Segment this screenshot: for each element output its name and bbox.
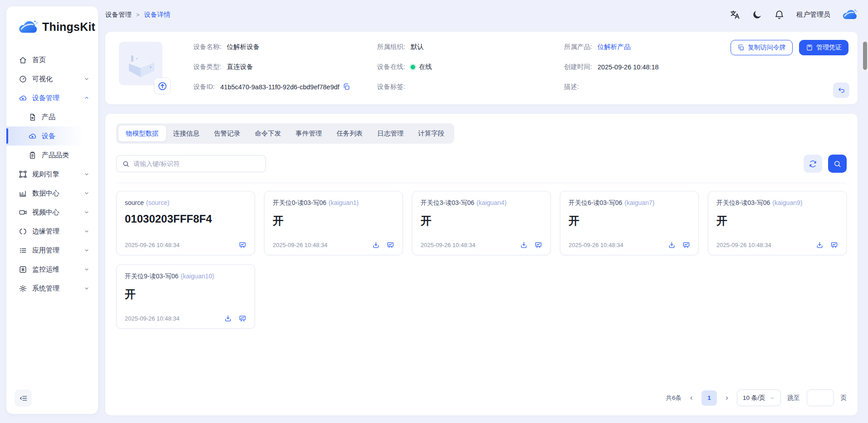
tab-thing-model-data[interactable]: 物模型数据 [118, 126, 166, 141]
history-chart-icon[interactable] [682, 241, 690, 249]
sidebar-item-product[interactable]: 产品 [6, 107, 98, 126]
logo-cloud-icon [18, 20, 38, 34]
card-identifier: (kaiguan9) [772, 199, 802, 206]
manage-credentials-button[interactable]: 管理凭证 [799, 40, 848, 55]
divider [116, 183, 847, 183]
next-page-icon[interactable] [724, 395, 730, 401]
created-label: 创建时间: [564, 63, 592, 71]
app-logo[interactable]: ThingsKit [6, 6, 98, 34]
card-title: 开关位0-读03-写06(kaiguan1) [273, 199, 394, 207]
dark-mode-moon-icon[interactable] [752, 10, 762, 20]
edge-brackets-icon [19, 227, 27, 236]
sidebar-item-label: 应用管理 [32, 246, 59, 255]
sidebar-item-visualization[interactable]: 可视化 [6, 69, 98, 88]
tab-alarm-records[interactable]: 告警记录 [207, 126, 248, 141]
scrollbar-thumb[interactable] [863, 42, 867, 70]
sidebar-item-label: 系统管理 [32, 284, 59, 293]
card-value: 01030203FFF8F4 [125, 213, 246, 225]
tag-label: 设备标签: [377, 83, 405, 91]
sidebar-item-rule-engine[interactable]: 规则引擎 [6, 165, 98, 184]
sidebar-item-product-category[interactable]: 产品品类 [6, 146, 98, 165]
breadcrumb-device-management[interactable]: 设备管理 [105, 10, 132, 19]
upload-image-button[interactable] [154, 78, 171, 94]
product-label: 所属产品: [564, 43, 592, 51]
sidebar-item-edge-management[interactable]: 边缘管理 [6, 222, 98, 241]
prev-page-icon[interactable] [688, 395, 695, 401]
tab-task-list[interactable]: 任务列表 [329, 126, 370, 141]
history-chart-icon[interactable] [535, 241, 542, 249]
pagination-total: 共6条 [666, 394, 682, 402]
created-value: 2025-09-26 10:48:18 [598, 63, 659, 71]
command-download-icon[interactable] [668, 241, 676, 249]
back-button[interactable] [833, 83, 849, 98]
telemetry-card-kaiguan9[interactable]: 开关位8-读03-写06(kaiguan9) 开 2025-09-26 10:4… [708, 191, 847, 255]
sidebar-item-app-management[interactable]: 应用管理 [6, 241, 98, 260]
back-arrow-icon [838, 87, 845, 94]
sidebar-item-system-management[interactable]: 系统管理 [6, 279, 98, 298]
history-chart-icon[interactable] [239, 241, 246, 249]
chevron-down-icon [83, 285, 90, 292]
notification-bell-icon[interactable] [774, 10, 785, 20]
gauge-icon [19, 75, 27, 83]
jump-to-page-input[interactable] [807, 389, 834, 406]
online-status-dot [411, 65, 415, 69]
refresh-button[interactable] [804, 155, 822, 173]
sidebar-item-home[interactable]: 首页 [6, 50, 98, 69]
copy-device-id-icon[interactable] [343, 83, 350, 91]
copy-access-token-label: 复制访问令牌 [748, 44, 786, 52]
app-logo-text: ThingsKit [42, 20, 95, 34]
search-button[interactable] [828, 155, 847, 173]
page-size-select[interactable]: 10 条/页 [737, 389, 781, 406]
device-image [119, 42, 162, 85]
sidebar-collapse-button[interactable] [15, 389, 32, 407]
card-title: 开关位8-读03-写06(kaiguan9) [716, 199, 838, 207]
page-number-button[interactable]: 1 [701, 390, 717, 406]
telemetry-card-kaiguan4[interactable]: 开关位3-读03-写06(kaiguan4) 开 2025-09-26 10:4… [412, 191, 551, 255]
file-icon [28, 113, 37, 122]
card-identifier: (kaiguan4) [476, 199, 506, 206]
sidebar-item-device-management[interactable]: 设备管理 [6, 88, 98, 107]
telemetry-card-kaiguan7[interactable]: 开关位6-读03-写06(kaiguan7) 开 2025-09-26 10:4… [560, 191, 699, 255]
breadcrumb-device-detail: 设备详情 [144, 10, 171, 19]
card-identifier: (source) [146, 199, 169, 206]
command-download-icon[interactable] [224, 315, 232, 322]
command-download-icon[interactable] [816, 241, 824, 249]
telemetry-card-kaiguan10[interactable]: 开关位9-读03-写06(kaiguan10) 开 2025-09-26 10:… [116, 264, 255, 329]
card-identifier: (kaiguan1) [329, 199, 358, 206]
tab-computed-fields[interactable]: 计算字段 [411, 126, 452, 141]
chevron-down-icon [83, 76, 90, 82]
user-role-label[interactable]: 租户管理员 [796, 10, 830, 19]
device-id-label: 设备ID: [193, 83, 215, 91]
telemetry-card-kaiguan1[interactable]: 开关位0-读03-写06(kaiguan1) 开 2025-09-26 10:4… [264, 191, 403, 255]
tab-log-management[interactable]: 日志管理 [370, 126, 411, 141]
sidebar-item-video-center[interactable]: 视频中心 [6, 203, 98, 222]
history-chart-icon[interactable] [239, 315, 246, 322]
sidebar-item-label: 规则引擎 [32, 170, 59, 179]
tab-connection-info[interactable]: 连接信息 [166, 126, 207, 141]
tab-event-management[interactable]: 事件管理 [289, 126, 329, 141]
sidebar-item-label: 设备管理 [32, 94, 59, 102]
product-link[interactable]: 位解析产品 [598, 43, 631, 51]
command-download-icon[interactable] [372, 241, 380, 249]
refresh-icon [809, 160, 817, 168]
telemetry-card-source[interactable]: source(source) 01030203FFF8F4 2025-09-26… [116, 191, 255, 255]
online-status-value: 在线 [419, 63, 432, 71]
card-value: 开 [716, 214, 838, 228]
history-chart-icon[interactable] [830, 241, 838, 249]
sidebar-item-data-center[interactable]: 数据中心 [6, 184, 98, 203]
org-label: 所属组织: [377, 43, 405, 51]
search-box [116, 155, 266, 172]
tab-command-issue[interactable]: 命令下发 [248, 126, 289, 141]
copy-access-token-button[interactable]: 复制访问令牌 [731, 40, 793, 55]
history-chart-icon[interactable] [387, 241, 394, 249]
user-avatar[interactable] [842, 9, 858, 20]
command-download-icon[interactable] [520, 241, 528, 249]
breadcrumb: 设备管理 > 设备详情 [105, 10, 171, 19]
gear-icon [19, 284, 27, 293]
language-icon[interactable] [730, 10, 740, 20]
search-input[interactable] [133, 160, 260, 167]
card-title: source(source) [125, 199, 246, 206]
sidebar-item-device[interactable]: 设备 [6, 126, 98, 146]
sidebar-item-monitoring-ops[interactable]: 监控运维 [6, 260, 98, 279]
top-bar: 设备管理 > 设备详情 租户管理员 [105, 0, 858, 26]
